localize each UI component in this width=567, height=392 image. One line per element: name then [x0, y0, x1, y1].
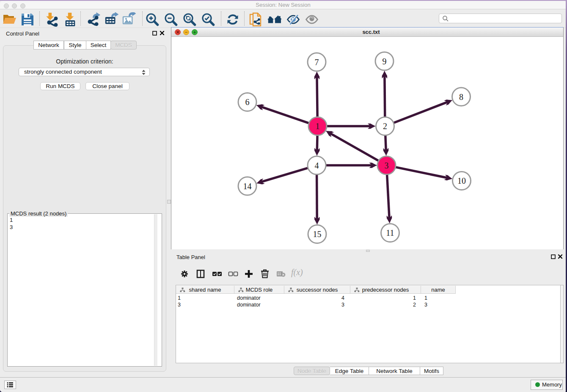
svg-text:6: 6 [245, 97, 250, 107]
svg-text:2: 2 [383, 121, 387, 131]
svg-text:7: 7 [315, 58, 319, 67]
svg-text:14: 14 [243, 182, 252, 191]
svg-text:1: 1 [316, 121, 320, 131]
svg-text:3: 3 [385, 161, 389, 170]
svg-text:11: 11 [386, 228, 394, 237]
svg-text:15: 15 [313, 229, 322, 239]
svg-text:10: 10 [457, 176, 466, 185]
svg-text:8: 8 [459, 92, 463, 102]
svg-text:9: 9 [383, 57, 387, 66]
svg-text:4: 4 [315, 161, 319, 170]
